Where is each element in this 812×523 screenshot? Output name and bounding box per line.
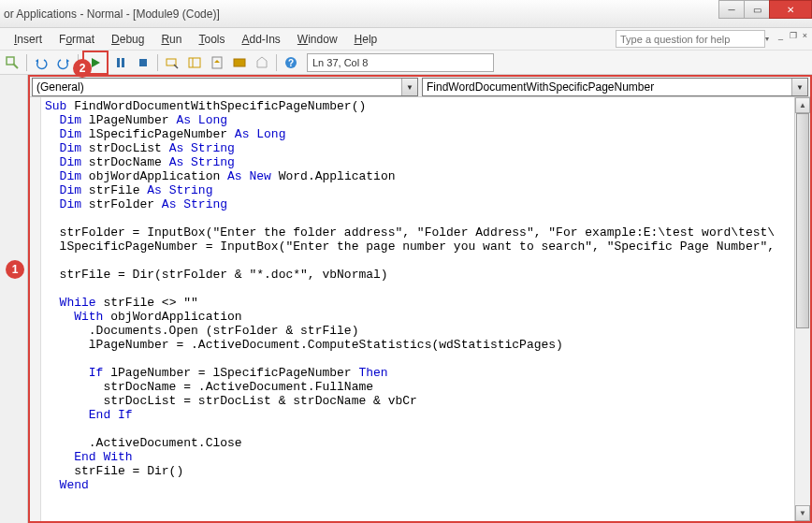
menu-run[interactable]: Run <box>152 30 190 49</box>
menu-addins[interactable]: Add-Ins <box>233 30 288 49</box>
minimize-button[interactable]: ─ <box>718 0 745 19</box>
code-pane: (General) ▼ FindWordDocumentWithSpecific… <box>28 75 812 523</box>
chevron-down-icon[interactable]: ▼ <box>791 79 807 95</box>
menu-format[interactable]: Format <box>51 30 103 49</box>
svg-text:?: ? <box>288 58 294 68</box>
scrollbar-thumb[interactable] <box>796 113 809 328</box>
code-text[interactable]: Sub FindWordDocumentWithSpecificPageNumb… <box>30 97 810 494</box>
procedure-dropdown-label: FindWordDocumentWithSpecificPageNumber <box>427 80 654 94</box>
left-gutter: 1 <box>0 75 28 523</box>
content-area: 1 (General) ▼ FindWordDocumentWithSpecif… <box>0 75 812 523</box>
mdi-controls: _ ❐ × <box>776 31 810 41</box>
help-icon[interactable]: ? <box>281 52 301 73</box>
toolbox-icon[interactable] <box>252 52 272 73</box>
mdi-close-button[interactable]: × <box>800 31 810 41</box>
menu-tools[interactable]: Tools <box>190 30 233 49</box>
svg-rect-6 <box>189 58 200 67</box>
svg-rect-9 <box>234 59 245 66</box>
menu-debug[interactable]: Debug <box>103 30 152 49</box>
scroll-up-icon[interactable]: ▲ <box>795 97 810 113</box>
maximize-button[interactable]: ▭ <box>744 0 770 19</box>
toolbar-separator <box>276 54 277 71</box>
close-button[interactable]: ✕ <box>769 0 812 19</box>
chevron-down-icon[interactable]: ▼ <box>401 79 417 95</box>
cursor-position-field[interactable] <box>307 53 494 72</box>
object-browser-icon[interactable] <box>229 52 250 73</box>
mdi-restore-button[interactable]: ❐ <box>788 31 798 41</box>
titlebar: or Applications - Normal - [Module9 (Cod… <box>0 0 812 28</box>
find-icon[interactable] <box>2 52 22 73</box>
toolbar-separator <box>26 54 27 71</box>
vertical-scrollbar[interactable]: ▲ ▼ <box>794 97 810 521</box>
mdi-minimize-button[interactable]: _ <box>776 31 786 41</box>
project-explorer-icon[interactable] <box>184 52 205 73</box>
window-controls: ─ ▭ ✕ <box>719 0 812 19</box>
scroll-down-icon[interactable]: ▼ <box>795 505 810 521</box>
help-search-input[interactable] <box>616 30 765 48</box>
properties-icon[interactable] <box>207 52 227 73</box>
svg-rect-4 <box>139 59 147 66</box>
annotation-badge-2: 2 <box>73 59 92 78</box>
toolbar-separator <box>157 54 158 71</box>
menu-help[interactable]: Help <box>346 30 386 49</box>
dropdown-row: (General) ▼ FindWordDocumentWithSpecific… <box>30 77 810 97</box>
menubar: Insert Format Debug Run Tools Add-Ins Wi… <box>0 28 812 51</box>
redo-icon[interactable] <box>53 52 74 73</box>
svg-rect-0 <box>7 57 14 65</box>
stop-icon[interactable] <box>133 52 153 73</box>
window-title: or Applications - Normal - [Module9 (Cod… <box>4 7 220 21</box>
svg-line-1 <box>13 64 18 68</box>
svg-rect-3 <box>122 58 124 67</box>
code-margin <box>30 97 41 521</box>
object-dropdown[interactable]: (General) ▼ <box>32 78 418 96</box>
menu-insert[interactable]: Insert <box>6 30 51 49</box>
pause-icon[interactable] <box>110 52 131 73</box>
menu-window[interactable]: Window <box>289 30 346 49</box>
procedure-dropdown[interactable]: FindWordDocumentWithSpecificPageNumber ▼ <box>422 78 808 96</box>
code-editor[interactable]: Sub FindWordDocumentWithSpecificPageNumb… <box>30 97 810 521</box>
object-dropdown-label: (General) <box>36 80 84 94</box>
annotation-badge-1: 1 <box>6 260 24 279</box>
svg-rect-2 <box>117 58 120 67</box>
toolbar: 2 ? <box>0 51 812 75</box>
help-dropdown-icon[interactable]: ▾ <box>765 30 775 48</box>
undo-icon[interactable] <box>31 52 51 73</box>
design-mode-icon[interactable] <box>162 52 182 73</box>
